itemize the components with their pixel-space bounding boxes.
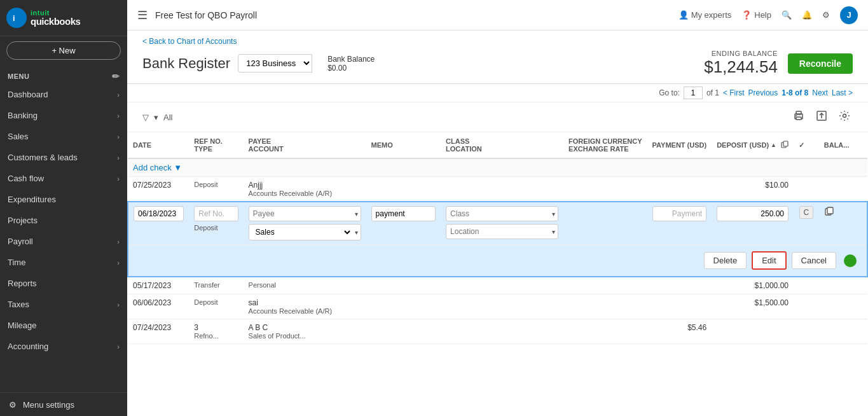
account-select-wrap[interactable]: Sales ▾ <box>249 224 361 240</box>
account-chevron-icon[interactable]: ▾ <box>352 226 361 239</box>
col-header-memo[interactable]: MEMO <box>366 132 441 158</box>
memo-edit-input[interactable] <box>371 206 436 221</box>
delete-button[interactable]: Delete <box>704 252 747 269</box>
payee-select-wrap[interactable]: ▾ <box>249 206 361 221</box>
menu-settings-item[interactable]: ⚙ Menu settings <box>0 393 127 416</box>
reconcile-button[interactable]: Reconcile <box>788 53 853 74</box>
cell-check-edit[interactable]: C <box>794 202 819 245</box>
hamburger-icon[interactable]: ☰ <box>137 8 148 22</box>
cell-check <box>794 177 819 202</box>
cell-payment-edit[interactable] <box>647 202 712 245</box>
table-row[interactable]: 07/24/2023 3 Refno... A B C Sales of Pro… <box>128 319 867 344</box>
payee-chevron-icon[interactable]: ▾ <box>352 208 361 220</box>
sidebar-item-projects[interactable]: Projects <box>0 210 127 231</box>
account-edit-select[interactable]: Sales <box>249 225 352 240</box>
cell-memo <box>366 295 441 319</box>
chevron-icon: › <box>117 91 120 99</box>
cell-deposit: $1,000.00 <box>712 277 794 295</box>
filter-actions <box>790 107 853 127</box>
my-experts-button[interactable]: 👤 My experts <box>679 10 732 20</box>
sort-arrow-icon: ▲ <box>771 142 776 148</box>
col-header-date[interactable]: DATE <box>128 132 189 158</box>
back-to-chart-link[interactable]: < Back to Chart of Accounts <box>142 37 853 46</box>
account-selector[interactable]: 123 Business <box>238 54 312 73</box>
quickbooks-logo: i intuit quickbooks <box>6 8 80 28</box>
settings-button[interactable]: ⚙ <box>822 10 830 20</box>
payee-edit-input[interactable] <box>249 207 352 221</box>
copy-row-button[interactable] <box>824 206 834 218</box>
filter-control[interactable]: ▽ ▾ All <box>142 113 172 122</box>
sidebar-item-customers-leads[interactable]: Customers & leads › <box>0 147 127 168</box>
new-button[interactable]: + New <box>6 41 121 60</box>
sidebar-item-sales[interactable]: Sales › <box>0 126 127 147</box>
deposit-edit-input[interactable] <box>717 206 789 221</box>
col-header-payee[interactable]: PAYEEACCOUNT <box>244 132 366 158</box>
user-avatar[interactable]: J <box>840 6 858 24</box>
cell-date-edit[interactable] <box>128 202 189 245</box>
cell-deposit-edit[interactable] <box>712 202 794 245</box>
table-row[interactable]: 07/25/2023 Deposit Anjjj Accounts Receiv… <box>128 177 867 202</box>
sidebar-item-dashboard[interactable]: Dashboard › <box>0 84 127 105</box>
cell-payment: $5.46 <box>647 319 712 344</box>
sidebar-item-taxes[interactable]: Taxes › <box>0 294 127 315</box>
table-row[interactable]: 05/17/2023 Transfer Personal $1,000.00 <box>128 277 867 295</box>
payment-edit-input[interactable] <box>652 206 707 221</box>
class-edit-input[interactable] <box>446 207 549 221</box>
cell-payee-account: Personal <box>244 277 366 295</box>
logo-area: i intuit quickbooks <box>0 0 127 36</box>
sidebar-item-payroll[interactable]: Payroll › <box>0 231 127 252</box>
location-select-wrap[interactable]: ▾ <box>446 224 558 239</box>
col-header-deposit[interactable]: DEPOSIT (USD) ▲ <box>712 132 794 158</box>
cell-memo-edit[interactable] <box>366 202 441 245</box>
col-header-check: ✓ <box>794 132 819 158</box>
table-row-edit: Deposit ▾ Sales ▾ <box>128 202 867 245</box>
class-chevron-icon[interactable]: ▾ <box>549 208 558 220</box>
sidebar-item-accounting[interactable]: Accounting › <box>0 336 127 357</box>
location-edit-input[interactable] <box>446 225 549 239</box>
date-edit-input[interactable] <box>134 206 184 221</box>
next-page-link[interactable]: Next <box>812 88 828 97</box>
table-row[interactable]: 06/06/2023 Deposit sai Accounts Receivab… <box>128 295 867 319</box>
cancel-button[interactable]: Cancel <box>792 252 836 269</box>
copy-col-icon <box>781 141 789 149</box>
last-page-link[interactable]: Last > <box>832 88 853 97</box>
add-check-button[interactable]: Add check ▼ <box>133 163 862 172</box>
gear-icon: ⚙ <box>822 10 830 20</box>
sidebar-item-mileage[interactable]: Mileage <box>0 315 127 336</box>
sidebar-item-time[interactable]: Time › <box>0 252 127 273</box>
cell-deposit: $10.00 <box>712 177 794 202</box>
edit-button[interactable]: Edit <box>752 251 786 270</box>
account-select-input[interactable]: 123 Business <box>238 54 312 73</box>
cell-refno-edit: Deposit <box>189 202 243 245</box>
refno-edit-input[interactable] <box>194 206 238 221</box>
col-header-foreign[interactable]: FOREIGN CURRENCYEXCHANGE RATE <box>563 132 647 158</box>
print-button[interactable] <box>790 107 807 127</box>
class-select-wrap[interactable]: ▾ <box>446 206 558 221</box>
filter-label: All <box>163 113 172 122</box>
col-header-class[interactable]: CLASSLOCATION <box>441 132 563 158</box>
cell-balance-edit <box>819 202 867 245</box>
register-scroll-area[interactable]: DATE REF NO.TYPE PAYEEACCOUNT MEMO CLASS… <box>127 132 868 416</box>
first-page-link[interactable]: < First <box>723 88 745 97</box>
col-header-payment[interactable]: PAYMENT (USD) <box>647 132 712 158</box>
search-button[interactable]: 🔍 <box>782 10 792 20</box>
cell-payee-account: sai Accounts Receivable (A/R) <box>244 295 366 319</box>
sidebar-item-expenditures[interactable]: Expenditures <box>0 189 127 210</box>
location-chevron-icon[interactable]: ▾ <box>549 226 558 238</box>
person-icon: 👤 <box>679 10 689 20</box>
help-button[interactable]: ❓ Help <box>741 10 771 20</box>
sidebar-item-reports[interactable]: Reports <box>0 273 127 294</box>
col-header-refno[interactable]: REF NO.TYPE <box>189 132 243 158</box>
export-button[interactable] <box>813 107 830 127</box>
menu-edit-icon[interactable]: ✏ <box>112 71 120 81</box>
current-page-range: 1-8 of 8 <box>782 88 808 97</box>
cell-date: 07/25/2023 <box>128 177 189 202</box>
notifications-button[interactable]: 🔔 <box>802 10 812 20</box>
table-settings-button[interactable] <box>836 107 853 127</box>
check-badge-button[interactable]: C <box>799 206 814 219</box>
goto-input[interactable] <box>684 87 703 99</box>
sidebar-item-cash-flow[interactable]: Cash flow › <box>0 168 127 189</box>
sidebar-item-banking[interactable]: Banking › <box>0 105 127 126</box>
cell-payment <box>647 277 712 295</box>
previous-page-link[interactable]: Previous <box>748 88 778 97</box>
